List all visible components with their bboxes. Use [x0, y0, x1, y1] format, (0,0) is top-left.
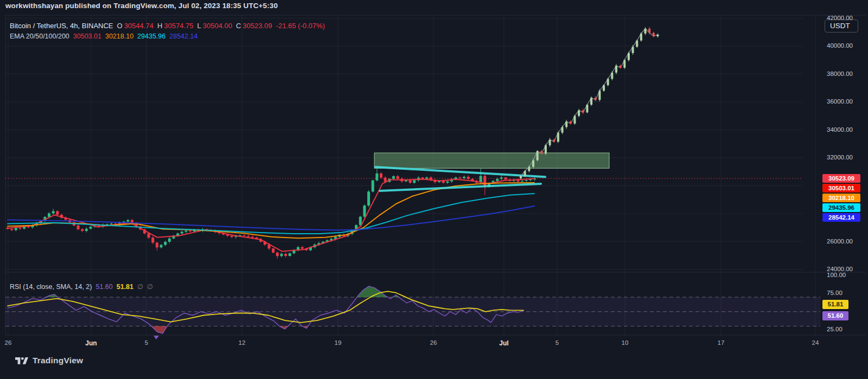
ema100-value: 29435.96 — [137, 33, 165, 40]
ema20-value: 30503.01 — [73, 33, 101, 40]
chart-canvas[interactable] — [0, 0, 868, 379]
ohlc-open-value: 30544.74 — [124, 22, 154, 30]
time-tick-label: Jul — [499, 339, 508, 347]
rsi-legend-title: RSI (14, close, SMA, 14, 2) — [10, 283, 92, 291]
price-tick-label: 40000.00 — [827, 42, 853, 49]
price-label: 30523.09 — [822, 174, 860, 183]
rsi-label: 51.60 — [822, 311, 848, 320]
price-axis[interactable]: 42000.0040000.0038000.0036000.0034000.00… — [805, 15, 868, 335]
ema200-value: 28542.14 — [169, 33, 197, 40]
rsi-value: 51.60 — [95, 283, 112, 291]
rsi-legend: RSI (14, close, SMA, 14, 2) 51.60 51.81 … — [10, 281, 153, 292]
price-tick-label: 26000.00 — [827, 238, 853, 245]
price-label: 30503.01 — [822, 184, 860, 192]
price-label: 29435.96 — [822, 203, 860, 212]
time-tick-label: 12 — [239, 339, 246, 346]
ohlc-high-value: 30574.75 — [164, 22, 193, 30]
ema-200-line — [8, 206, 534, 230]
ohlc-low-value: 30504.00 — [203, 22, 232, 30]
time-tick-label: 19 — [335, 339, 342, 346]
time-tick-label: 24 — [812, 339, 819, 346]
price-tick-label: 32000.00 — [827, 154, 853, 160]
rsi-null-1: ∅ — [137, 282, 143, 291]
ema-legend-row[interactable]: EMA 20/50/100/200 30503.01 30218.10 2943… — [10, 31, 325, 41]
tradingview-logo[interactable]: TradingView — [15, 356, 83, 365]
symbol-legend-row[interactable]: Bitcoin / TetherUS, 4h, BINANCE O30544.7… — [10, 21, 325, 31]
price-tick-label: 42000.00 — [827, 15, 853, 21]
time-tick-label: 5 — [556, 339, 559, 346]
ema50-value: 30218.10 — [105, 33, 133, 40]
price-label: 30218.10 — [822, 194, 860, 202]
rsi-tick-label: 75.00 — [827, 290, 843, 296]
ohlc-high-label: H — [157, 22, 162, 30]
time-tick-label: 17 — [718, 339, 725, 346]
ohlc-low-label: L — [197, 22, 201, 30]
supply-zone-rectangle[interactable] — [374, 153, 609, 168]
ohlc-close-label: C — [236, 22, 241, 30]
trendline-lower[interactable] — [380, 184, 541, 191]
ema-legend-title: EMA 20/50/100/200 — [10, 33, 69, 40]
price-label: 28542.14 — [822, 213, 860, 222]
main-legend: Bitcoin / TetherUS, 4h, BINANCE O30544.7… — [10, 21, 325, 41]
ema-20-line — [8, 179, 534, 252]
price-tick-label: 36000.00 — [827, 98, 853, 105]
time-tick-label: 26 — [430, 339, 437, 346]
tradingview-snapshot: workwithshayan published on TradingView.… — [0, 0, 868, 379]
ohlc-open-label: O — [117, 22, 123, 30]
rsi-legend-row[interactable]: RSI (14, close, SMA, 14, 2) 51.60 51.81 … — [10, 281, 153, 292]
change-value: -21.65 (-0.07%) — [276, 22, 325, 30]
tradingview-wordmark: TradingView — [33, 356, 83, 365]
rsi-null-2: ∅ — [147, 282, 153, 291]
time-tick-label: 26 — [5, 339, 12, 346]
rsi-label: 51.81 — [822, 300, 848, 309]
time-tick-label: 10 — [622, 339, 629, 346]
price-tick-label: 34000.00 — [827, 126, 853, 133]
time-axis[interactable]: 26Jun5121926Jul5101724 — [0, 335, 868, 354]
time-tick-label: Jun — [85, 339, 97, 347]
rsi-sma-value: 51.81 — [117, 283, 133, 291]
price-tick-label: 38000.00 — [827, 70, 853, 77]
time-tick-label: 5 — [145, 339, 148, 346]
symbol-title: Bitcoin / TetherUS, 4h, BINANCE — [10, 22, 113, 30]
ohlc-close-value: 30523.09 — [242, 22, 272, 30]
tradingview-logo-icon — [15, 356, 28, 365]
time-axis-marker-icon — [154, 336, 159, 339]
rsi-tick-label: 25.00 — [827, 326, 843, 332]
rsi-tick-label: 100.00 — [827, 272, 846, 278]
